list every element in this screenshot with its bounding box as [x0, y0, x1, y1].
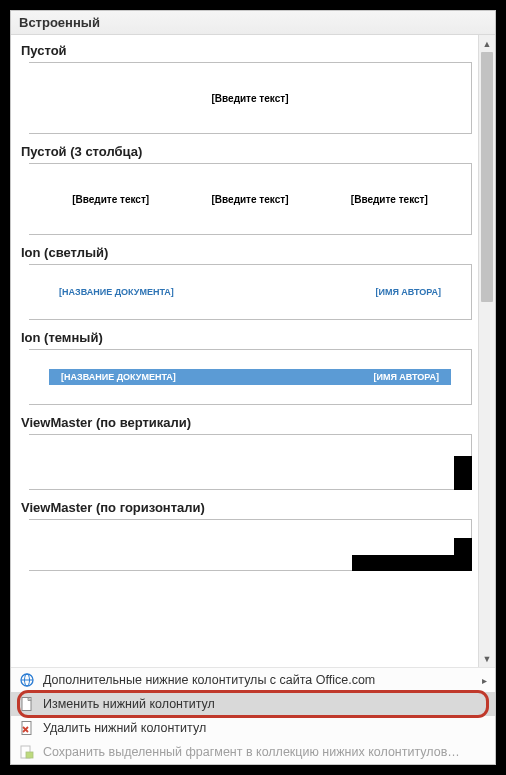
section-header: Встроенный: [11, 11, 495, 35]
gallery: Пустой [Введите текст] Пустой (3 столбца…: [11, 35, 495, 667]
gallery-item-label: ViewMaster (по горизонтали): [15, 494, 478, 519]
ion-dark-bar: [НАЗВАНИЕ ДОКУМЕНТА] [ИМЯ АВТОРА]: [49, 369, 451, 385]
doc-title-placeholder: [НАЗВАНИЕ ДОКУМЕНТА]: [61, 372, 176, 382]
gallery-item-label: Пустой (3 столбца): [15, 138, 478, 163]
svg-rect-8: [26, 752, 33, 758]
author-placeholder: [ИМЯ АВТОРА]: [375, 287, 441, 297]
placeholder-text: [Введите текст]: [351, 194, 428, 205]
remove-footer[interactable]: Удалить нижний колонтитул: [11, 716, 495, 740]
placeholder-text: [Введите текст]: [212, 194, 289, 205]
footer-menu: Дополнительные нижние колонтитулы с сайт…: [11, 667, 495, 764]
chevron-right-icon: ▸: [482, 675, 487, 686]
menu-label: Сохранить выделенный фрагмент в коллекци…: [43, 745, 460, 759]
black-block: [454, 456, 472, 490]
edit-footer[interactable]: Изменить нижний колонтитул: [11, 692, 495, 716]
gallery-item-preview-3col[interactable]: [Введите текст] [Введите текст] [Введите…: [29, 163, 472, 235]
placeholder-text: [Введите текст]: [212, 93, 289, 104]
section-title: Встроенный: [19, 15, 100, 30]
gallery-item-label: ViewMaster (по вертикали): [15, 409, 478, 434]
menu-label: Дополнительные нижние колонтитулы с сайт…: [43, 673, 375, 687]
footer-gallery-panel: Встроенный Пустой [Введите текст] Пустой…: [10, 10, 496, 765]
doc-title-placeholder: [НАЗВАНИЕ ДОКУМЕНТА]: [59, 287, 174, 297]
save-selection-to-gallery: Сохранить выделенный фрагмент в коллекци…: [11, 740, 495, 764]
black-bar: [352, 555, 472, 571]
gallery-item-preview-ion-light[interactable]: [НАЗВАНИЕ ДОКУМЕНТА] [ИМЯ АВТОРА]: [29, 264, 472, 320]
scroll-up-button[interactable]: ▲: [479, 35, 495, 52]
ion-light-row: [НАЗВАНИЕ ДОКУМЕНТА] [ИМЯ АВТОРА]: [29, 287, 471, 297]
save-to-collection-icon: [19, 744, 35, 760]
author-placeholder: [ИМЯ АВТОРА]: [373, 372, 439, 382]
scroll-track[interactable]: [479, 52, 495, 650]
placeholder-text: [Введите текст]: [72, 194, 149, 205]
gallery-item-preview-ion-dark[interactable]: [НАЗВАНИЕ ДОКУМЕНТА] [ИМЯ АВТОРА]: [29, 349, 472, 405]
document-icon: [19, 696, 35, 712]
document-delete-icon: [19, 720, 35, 736]
more-footers-online[interactable]: Дополнительные нижние колонтитулы с сайт…: [11, 668, 495, 692]
gallery-item-preview-vm-vertical[interactable]: [29, 434, 472, 490]
three-columns: [Введите текст] [Введите текст] [Введите…: [29, 194, 471, 205]
black-block: [454, 538, 472, 556]
scroll-down-button[interactable]: ▼: [479, 650, 495, 667]
menu-label: Удалить нижний колонтитул: [43, 721, 206, 735]
gallery-item-preview-empty[interactable]: [Введите текст]: [29, 62, 472, 134]
gallery-item-label: Ion (светлый): [15, 239, 478, 264]
globe-icon: [19, 672, 35, 688]
gallery-item-preview-vm-horizontal[interactable]: [29, 519, 472, 571]
gallery-scroll-area[interactable]: Пустой [Введите текст] Пустой (3 столбца…: [11, 35, 478, 667]
vertical-scrollbar[interactable]: ▲ ▼: [478, 35, 495, 667]
menu-label: Изменить нижний колонтитул: [43, 697, 215, 711]
scroll-thumb[interactable]: [481, 52, 493, 302]
gallery-item-label: Пустой: [15, 37, 478, 62]
gallery-item-label: Ion (темный): [15, 324, 478, 349]
